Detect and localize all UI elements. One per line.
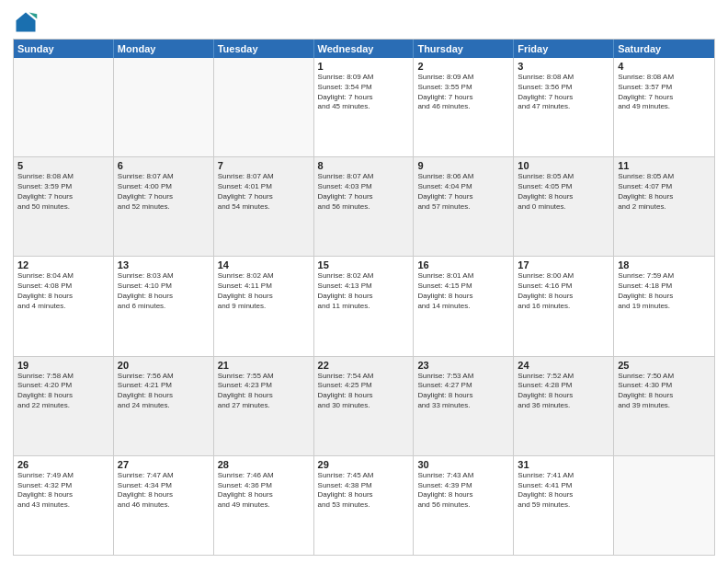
calendar-row-4: 26Sunrise: 7:49 AM Sunset: 4:32 PM Dayli… (14, 455, 714, 555)
cell-info: Sunrise: 7:58 AM Sunset: 4:20 PM Dayligh… (17, 372, 109, 411)
calendar-cell-2-1: 13Sunrise: 8:03 AM Sunset: 4:10 PM Dayli… (114, 257, 214, 355)
cell-info: Sunrise: 7:50 AM Sunset: 4:30 PM Dayligh… (618, 372, 711, 411)
cell-info: Sunrise: 7:46 AM Sunset: 4:36 PM Dayligh… (218, 471, 310, 511)
day-number: 12 (17, 259, 109, 270)
day-number: 6 (118, 160, 210, 171)
day-number: 18 (618, 259, 711, 270)
cell-info: Sunrise: 8:08 AM Sunset: 3:57 PM Dayligh… (618, 73, 711, 112)
calendar-cell-4-5: 31Sunrise: 7:41 AM Sunset: 4:41 PM Dayli… (514, 456, 614, 555)
cell-info: Sunrise: 8:02 AM Sunset: 4:13 PM Dayligh… (318, 271, 410, 311)
logo-icon (13, 9, 39, 35)
calendar-cell-1-4: 9Sunrise: 8:06 AM Sunset: 4:04 PM Daylig… (414, 157, 514, 256)
calendar-cell-0-4: 2Sunrise: 8:09 AM Sunset: 3:55 PM Daylig… (414, 58, 514, 156)
day-number: 16 (417, 259, 509, 270)
cell-info: Sunrise: 8:03 AM Sunset: 4:10 PM Dayligh… (118, 271, 210, 311)
page: SundayMondayTuesdayWednesdayThursdayFrid… (0, 0, 728, 563)
cell-info: Sunrise: 7:54 AM Sunset: 4:25 PM Dayligh… (318, 372, 410, 411)
calendar-cell-0-2 (214, 58, 314, 156)
calendar-cell-3-0: 19Sunrise: 7:58 AM Sunset: 4:20 PM Dayli… (14, 357, 114, 455)
cell-info: Sunrise: 7:43 AM Sunset: 4:39 PM Dayligh… (417, 471, 509, 511)
calendar-cell-1-5: 10Sunrise: 8:05 AM Sunset: 4:05 PM Dayli… (514, 157, 614, 256)
calendar-cell-1-3: 8Sunrise: 8:07 AM Sunset: 4:03 PM Daylig… (314, 157, 415, 256)
calendar-row-2: 12Sunrise: 8:04 AM Sunset: 4:08 PM Dayli… (14, 256, 714, 355)
calendar-row-3: 19Sunrise: 7:58 AM Sunset: 4:20 PM Dayli… (14, 356, 714, 455)
header-day-tuesday: Tuesday (214, 40, 314, 58)
day-number: 14 (218, 259, 310, 270)
calendar-cell-2-5: 17Sunrise: 8:00 AM Sunset: 4:16 PM Dayli… (514, 257, 614, 355)
header-day-friday: Friday (514, 40, 614, 58)
header-day-saturday: Saturday (614, 40, 714, 58)
header-day-wednesday: Wednesday (314, 40, 415, 58)
day-number: 2 (417, 61, 509, 72)
header (13, 9, 715, 35)
day-number: 8 (318, 160, 410, 171)
calendar-cell-4-0: 26Sunrise: 7:49 AM Sunset: 4:32 PM Dayli… (14, 456, 114, 555)
calendar-cell-2-6: 18Sunrise: 7:59 AM Sunset: 4:18 PM Dayli… (614, 257, 714, 355)
calendar-cell-3-1: 20Sunrise: 7:56 AM Sunset: 4:21 PM Dayli… (114, 357, 214, 455)
day-number: 7 (218, 160, 310, 171)
calendar-cell-2-4: 16Sunrise: 8:01 AM Sunset: 4:15 PM Dayli… (414, 257, 514, 355)
day-number: 28 (218, 459, 310, 470)
cell-info: Sunrise: 7:49 AM Sunset: 4:32 PM Dayligh… (17, 471, 109, 511)
day-number: 22 (318, 360, 410, 371)
calendar-row-0: 1Sunrise: 8:09 AM Sunset: 3:54 PM Daylig… (14, 58, 714, 156)
day-number: 27 (118, 459, 210, 470)
calendar-cell-4-3: 29Sunrise: 7:45 AM Sunset: 4:38 PM Dayli… (314, 456, 415, 555)
cell-info: Sunrise: 7:45 AM Sunset: 4:38 PM Dayligh… (318, 471, 410, 511)
calendar-cell-1-0: 5Sunrise: 8:08 AM Sunset: 3:59 PM Daylig… (14, 157, 114, 256)
cell-info: Sunrise: 8:01 AM Sunset: 4:15 PM Dayligh… (417, 271, 509, 311)
cell-info: Sunrise: 8:07 AM Sunset: 4:03 PM Dayligh… (318, 172, 410, 212)
day-number: 5 (17, 160, 109, 171)
calendar-cell-4-6 (614, 456, 714, 555)
cell-info: Sunrise: 8:08 AM Sunset: 3:56 PM Dayligh… (518, 73, 609, 112)
calendar-cell-0-1 (114, 58, 214, 156)
day-number: 15 (318, 259, 410, 270)
calendar-cell-3-2: 21Sunrise: 7:55 AM Sunset: 4:23 PM Dayli… (214, 357, 314, 455)
cell-info: Sunrise: 8:08 AM Sunset: 3:59 PM Dayligh… (17, 172, 109, 212)
cell-info: Sunrise: 7:41 AM Sunset: 4:41 PM Dayligh… (518, 471, 609, 511)
calendar-cell-3-3: 22Sunrise: 7:54 AM Sunset: 4:25 PM Dayli… (314, 357, 415, 455)
cell-info: Sunrise: 8:09 AM Sunset: 3:55 PM Dayligh… (417, 73, 509, 112)
calendar-cell-4-2: 28Sunrise: 7:46 AM Sunset: 4:36 PM Dayli… (214, 456, 314, 555)
day-number: 4 (618, 61, 711, 72)
cell-info: Sunrise: 7:53 AM Sunset: 4:27 PM Dayligh… (417, 372, 509, 411)
day-number: 25 (618, 360, 711, 371)
calendar-cell-2-0: 12Sunrise: 8:04 AM Sunset: 4:08 PM Dayli… (14, 257, 114, 355)
calendar-cell-0-3: 1Sunrise: 8:09 AM Sunset: 3:54 PM Daylig… (314, 58, 415, 156)
cell-info: Sunrise: 8:02 AM Sunset: 4:11 PM Dayligh… (218, 271, 310, 311)
cell-info: Sunrise: 8:05 AM Sunset: 4:07 PM Dayligh… (618, 172, 711, 212)
calendar-cell-1-2: 7Sunrise: 8:07 AM Sunset: 4:01 PM Daylig… (214, 157, 314, 256)
calendar: SundayMondayTuesdayWednesdayThursdayFrid… (13, 39, 715, 556)
calendar-cell-3-5: 24Sunrise: 7:52 AM Sunset: 4:28 PM Dayli… (514, 357, 614, 455)
day-number: 31 (518, 459, 609, 470)
header-day-sunday: Sunday (14, 40, 114, 58)
calendar-cell-0-5: 3Sunrise: 8:08 AM Sunset: 3:56 PM Daylig… (514, 58, 614, 156)
cell-info: Sunrise: 8:00 AM Sunset: 4:16 PM Dayligh… (518, 271, 609, 311)
day-number: 9 (417, 160, 509, 171)
calendar-cell-1-1: 6Sunrise: 8:07 AM Sunset: 4:00 PM Daylig… (114, 157, 214, 256)
calendar-cell-4-4: 30Sunrise: 7:43 AM Sunset: 4:39 PM Dayli… (414, 456, 514, 555)
cell-info: Sunrise: 8:05 AM Sunset: 4:05 PM Dayligh… (518, 172, 609, 212)
day-number: 30 (417, 459, 509, 470)
day-number: 21 (218, 360, 310, 371)
calendar-row-1: 5Sunrise: 8:08 AM Sunset: 3:59 PM Daylig… (14, 156, 714, 256)
header-day-monday: Monday (114, 40, 214, 58)
day-number: 17 (518, 259, 609, 270)
calendar-cell-4-1: 27Sunrise: 7:47 AM Sunset: 4:34 PM Dayli… (114, 456, 214, 555)
day-number: 20 (118, 360, 210, 371)
cell-info: Sunrise: 8:09 AM Sunset: 3:54 PM Dayligh… (318, 73, 410, 112)
cell-info: Sunrise: 8:07 AM Sunset: 4:01 PM Dayligh… (218, 172, 310, 212)
day-number: 1 (318, 61, 410, 72)
cell-info: Sunrise: 7:52 AM Sunset: 4:28 PM Dayligh… (518, 372, 609, 411)
cell-info: Sunrise: 7:47 AM Sunset: 4:34 PM Dayligh… (118, 471, 210, 511)
header-day-thursday: Thursday (414, 40, 514, 58)
svg-marker-0 (17, 13, 36, 32)
calendar-cell-1-6: 11Sunrise: 8:05 AM Sunset: 4:07 PM Dayli… (614, 157, 714, 256)
day-number: 24 (518, 360, 609, 371)
calendar-cell-2-2: 14Sunrise: 8:02 AM Sunset: 4:11 PM Dayli… (214, 257, 314, 355)
calendar-cell-3-4: 23Sunrise: 7:53 AM Sunset: 4:27 PM Dayli… (414, 357, 514, 455)
day-number: 10 (518, 160, 609, 171)
day-number: 26 (17, 459, 109, 470)
day-number: 29 (318, 459, 410, 470)
day-number: 13 (118, 259, 210, 270)
